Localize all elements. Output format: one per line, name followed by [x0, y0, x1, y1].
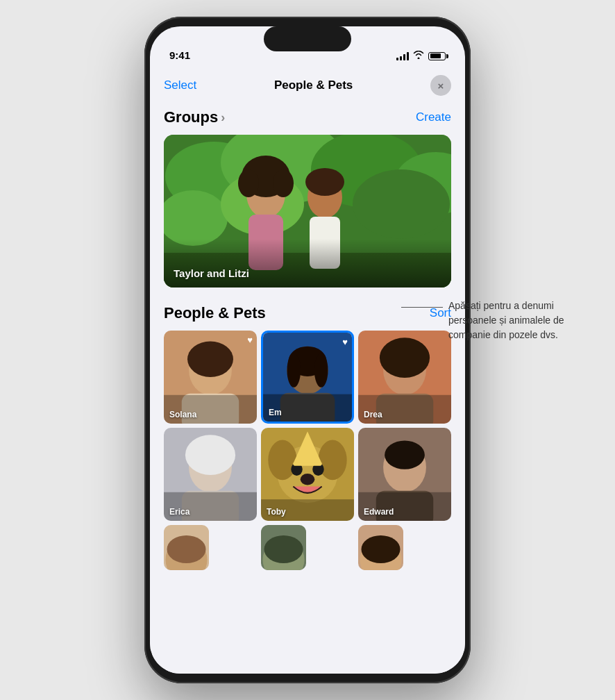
person-name-drea: Drea — [364, 410, 382, 419]
person-card-drea[interactable]: Drea — [358, 331, 451, 424]
person-card-partial-1[interactable] — [164, 525, 209, 570]
person-card-partial-2[interactable] — [261, 525, 306, 570]
svg-point-52 — [385, 441, 425, 469]
svg-point-15 — [305, 168, 344, 196]
svg-point-32 — [380, 338, 430, 378]
signal-bars-icon — [396, 52, 409, 60]
favorite-icon-em: ♥ — [342, 337, 348, 347]
person-name-erica: Erica — [169, 507, 189, 517]
svg-point-37 — [185, 435, 235, 475]
people-section-title: People & Pets — [164, 304, 266, 322]
svg-point-42 — [268, 440, 296, 481]
person-card-em[interactable]: ♥ Em — [261, 331, 354, 424]
svg-point-20 — [187, 341, 233, 377]
status-icons — [396, 51, 446, 61]
nav-bar: Select People & Pets × — [150, 67, 465, 103]
create-button[interactable]: Create — [416, 110, 451, 124]
person-name-edward: Edward — [364, 507, 394, 517]
svg-point-26 — [287, 353, 301, 388]
groups-section-title: Groups › — [164, 108, 225, 126]
dynamic-island — [264, 26, 351, 51]
wifi-icon — [413, 51, 424, 61]
phone-screen: 9:41 — [150, 26, 465, 674]
content-area: Select People & Pets × Groups › Create — [150, 67, 465, 674]
tooltip-container: Apăsați pentru a denumi persoanele și an… — [401, 299, 587, 342]
svg-point-12 — [273, 169, 294, 197]
svg-point-11 — [238, 169, 259, 197]
partial-people-row — [164, 525, 451, 570]
svg-rect-17 — [164, 239, 451, 288]
svg-point-27 — [314, 353, 328, 388]
svg-point-46 — [301, 474, 315, 485]
page-title: People & Pets — [274, 78, 353, 92]
battery-icon — [428, 52, 446, 60]
person-card-toby[interactable]: Toby — [261, 428, 354, 521]
svg-point-6 — [353, 169, 450, 239]
tooltip-text: Apăsați pentru a denumi persoanele și an… — [448, 299, 587, 342]
person-name-solana: Solana — [169, 410, 196, 419]
scene: 9:41 — [0, 0, 615, 700]
group-card-label: Taylor and Litzi — [174, 267, 249, 279]
person-card-edward[interactable]: Edward — [358, 428, 451, 521]
favorite-icon-solana: ♥ — [247, 335, 253, 345]
close-button[interactable]: × — [430, 75, 451, 96]
group-card[interactable]: Taylor and Litzi — [164, 135, 451, 288]
person-card-erica[interactable]: Erica — [164, 428, 257, 521]
groups-section-header: Groups › Create — [164, 108, 451, 126]
svg-point-63 — [362, 535, 401, 563]
select-button[interactable]: Select — [164, 78, 196, 92]
person-card-solana[interactable]: ♥ Solana — [164, 331, 257, 424]
group-card-image — [164, 135, 451, 288]
phone-frame: 9:41 — [144, 17, 471, 683]
svg-rect-48 — [293, 462, 321, 465]
person-card-partial-3[interactable] — [358, 525, 403, 570]
scroll-content: Groups › Create — [150, 103, 465, 668]
person-name-em: Em — [269, 408, 282, 417]
people-grid: ♥ Solana — [164, 331, 451, 521]
groups-chevron-icon: › — [221, 110, 225, 125]
tooltip-line — [401, 307, 443, 308]
svg-point-43 — [318, 440, 346, 481]
svg-point-60 — [264, 535, 303, 563]
svg-point-57 — [167, 535, 206, 563]
person-name-toby: Toby — [267, 507, 286, 517]
